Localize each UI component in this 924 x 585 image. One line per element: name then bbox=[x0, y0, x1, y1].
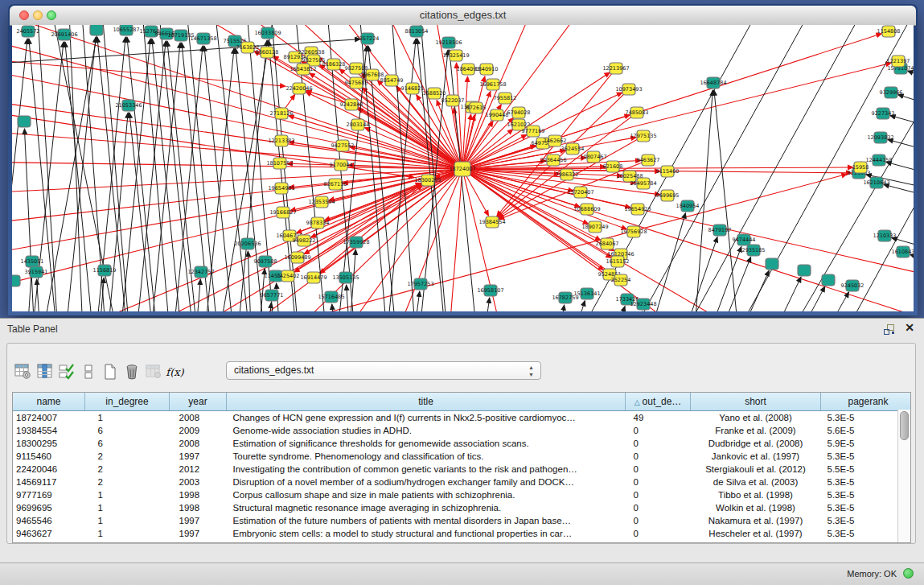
graph-edge[interactable] bbox=[129, 113, 157, 311]
graph-node-teal[interactable]: 16033809 bbox=[254, 27, 281, 39]
graph-node-yellow[interactable]: 15958 bbox=[852, 162, 869, 173]
table-cell[interactable]: 18724007 bbox=[13, 411, 85, 425]
table-cell[interactable]: Embryonic stem cells: a model to study s… bbox=[227, 527, 626, 540]
graph-node-teal[interactable]: 3915941 bbox=[25, 266, 48, 278]
table-cell[interactable]: 2 bbox=[85, 450, 170, 463]
graph-edge[interactable] bbox=[756, 277, 801, 311]
table-cell[interactable]: 0 bbox=[626, 437, 691, 450]
table-cell[interactable]: 2003 bbox=[170, 476, 227, 488]
table-row[interactable]: 1456911722003Disruption of a novel membe… bbox=[13, 476, 911, 488]
table-cell[interactable]: 0 bbox=[626, 463, 691, 476]
graph-edge[interactable] bbox=[462, 169, 808, 311]
graph-node-yellow[interactable]: 7986322 bbox=[556, 169, 579, 180]
graph-edge[interactable] bbox=[907, 71, 914, 93]
graph-edge[interactable] bbox=[671, 237, 717, 311]
graph-node-teal[interactable]: 12093832 bbox=[867, 132, 893, 143]
graph-node-yellow[interactable]: 9427552 bbox=[331, 140, 355, 151]
graph-node-yellow[interactable]: 1615152 bbox=[606, 256, 630, 267]
graph-node-yellow[interactable]: 18107552 bbox=[266, 158, 293, 169]
graph-node-teal[interactable] bbox=[822, 274, 835, 286]
graph-node-yellow[interactable]: 15720407 bbox=[567, 187, 593, 198]
graph-edge[interactable] bbox=[462, 63, 891, 169]
graph-node-yellow[interactable]: 19654923 bbox=[624, 204, 651, 215]
graph-node-teal[interactable]: 2935185 bbox=[742, 245, 766, 256]
graph-node-yellow[interactable]: 9699695 bbox=[656, 190, 680, 201]
graph-edge[interactable] bbox=[696, 246, 741, 311]
graph-node-teal[interactable]: 19218506 bbox=[435, 37, 462, 48]
graph-node-teal[interactable]: 9245032 bbox=[841, 280, 864, 291]
table-cell[interactable]: Estimation of significance thresholds fo… bbox=[227, 437, 626, 450]
table-cell[interactable]: de Silva et al. (2003) bbox=[691, 476, 821, 488]
table-row[interactable]: 911546021997Tourette syndrome. Phenomeno… bbox=[13, 450, 911, 463]
graph-edge[interactable] bbox=[910, 254, 914, 276]
table-cell[interactable]: 1997 bbox=[170, 450, 227, 463]
window-titlebar[interactable]: citations_edges.txt bbox=[10, 6, 916, 26]
graph-edge[interactable] bbox=[12, 162, 462, 169]
graph-node-yellow[interactable]: 12353594 bbox=[308, 196, 335, 208]
table-cell[interactable]: Franke et al. (2009) bbox=[691, 424, 821, 437]
table-cell[interactable]: 2 bbox=[85, 463, 170, 476]
table-cell[interactable]: 2009 bbox=[170, 424, 227, 437]
graph-node-yellow[interactable]: 9463627 bbox=[637, 154, 660, 166]
table-cell[interactable]: Disruption of a novel member of a sodium… bbox=[227, 476, 626, 488]
graph-edge[interactable] bbox=[462, 76, 467, 169]
table-cell[interactable]: Nakamura et al. (1997) bbox=[691, 514, 821, 527]
graph-node-yellow[interactable]: 3624554 bbox=[561, 143, 585, 154]
graph-node-yellow[interactable]: 9878334 bbox=[306, 217, 330, 229]
rows-button[interactable] bbox=[77, 361, 99, 383]
table-cell[interactable]: 9699695 bbox=[13, 501, 85, 514]
scrollbar-thumb[interactable] bbox=[900, 411, 909, 440]
delete-icon[interactable] bbox=[121, 361, 142, 383]
table-cell[interactable]: 0 bbox=[626, 501, 691, 514]
table-row[interactable]: 946554611997Estimation of the future num… bbox=[13, 514, 911, 527]
table-cell[interactable]: 0 bbox=[626, 488, 691, 501]
table-cell[interactable]: 0 bbox=[626, 476, 691, 488]
table-cell[interactable]: 9465546 bbox=[13, 514, 85, 527]
graph-edge[interactable] bbox=[462, 169, 914, 282]
table-cell[interactable]: Corpus callosum shape and size in male p… bbox=[227, 488, 626, 501]
graph-edge[interactable] bbox=[768, 41, 914, 311]
graph-node-yellow[interactable]: 10688609 bbox=[573, 204, 600, 215]
graph-node-teal[interactable]: 8479197 bbox=[708, 225, 732, 236]
graph-edge[interactable] bbox=[317, 56, 462, 169]
table-row[interactable]: 946362711997Embryonic stem cells: a mode… bbox=[13, 527, 911, 540]
graph-node-yellow[interactable]: 19384554 bbox=[478, 216, 505, 228]
table-cell[interactable]: 2008 bbox=[170, 411, 227, 425]
table-row[interactable]: 2242004622012Investigating the contribut… bbox=[13, 463, 911, 476]
table-cell[interactable]: 22420046 bbox=[13, 463, 85, 476]
close-window-button[interactable] bbox=[19, 10, 29, 20]
graph-node-teal[interactable]: 10655287 bbox=[113, 25, 139, 35]
column-header-short[interactable]: short bbox=[691, 393, 821, 411]
table-cell[interactable]: 18300295 bbox=[13, 437, 85, 450]
table-cell[interactable]: 14569117 bbox=[13, 476, 85, 488]
column-header-name[interactable]: name bbox=[13, 393, 85, 411]
graph-edge[interactable] bbox=[462, 34, 881, 169]
table-row[interactable]: 1938455462009Genome-wide association stu… bbox=[13, 424, 911, 437]
network-canvas[interactable]: 2405572206914061065528715276028466160107… bbox=[12, 25, 914, 311]
table-cell[interactable]: 1 bbox=[85, 514, 170, 527]
graph-node-yellow[interactable]: 7485083 bbox=[626, 107, 649, 118]
table-cell[interactable]: Changes of HCN gene expression and I(f) … bbox=[227, 411, 626, 425]
graph-node-yellow[interactable]: 2684067 bbox=[596, 238, 619, 249]
graph-node-yellow[interactable]: 16099489 bbox=[284, 252, 310, 263]
graph-node-teal[interactable] bbox=[798, 265, 811, 276]
table-cell[interactable]: Investigating the contribution of common… bbox=[227, 463, 626, 476]
table-cell[interactable]: 1 bbox=[85, 501, 170, 514]
graph-node-teal[interactable]: 1210333 bbox=[873, 230, 897, 241]
graph-edge[interactable] bbox=[714, 90, 742, 311]
table-cell[interactable]: Yano et al. (2008) bbox=[691, 411, 821, 425]
graph-edge[interactable] bbox=[248, 251, 253, 311]
table-row[interactable]: 1830029562008Estimation of significance … bbox=[13, 437, 911, 450]
graph-node-teal[interactable] bbox=[766, 258, 778, 270]
graph-node-yellow[interactable]: 19654985 bbox=[268, 183, 294, 194]
table-cell[interactable]: 9115460 bbox=[13, 450, 85, 463]
graph-node-yellow[interactable]: 9146821 bbox=[401, 83, 425, 94]
table-cell[interactable]: 1998 bbox=[170, 488, 227, 501]
table-cell[interactable]: Dudbridge et al. (2008) bbox=[691, 437, 821, 450]
column-header-year[interactable]: year bbox=[170, 393, 227, 411]
graph-node-yellow[interactable]: 18907249 bbox=[581, 221, 608, 233]
graph-edge[interactable] bbox=[65, 42, 97, 311]
graph-node-teal[interactable]: 1156819 bbox=[93, 265, 117, 276]
column-select-button[interactable] bbox=[34, 361, 55, 383]
graph-node-yellow[interactable]: 9170044 bbox=[330, 159, 353, 171]
